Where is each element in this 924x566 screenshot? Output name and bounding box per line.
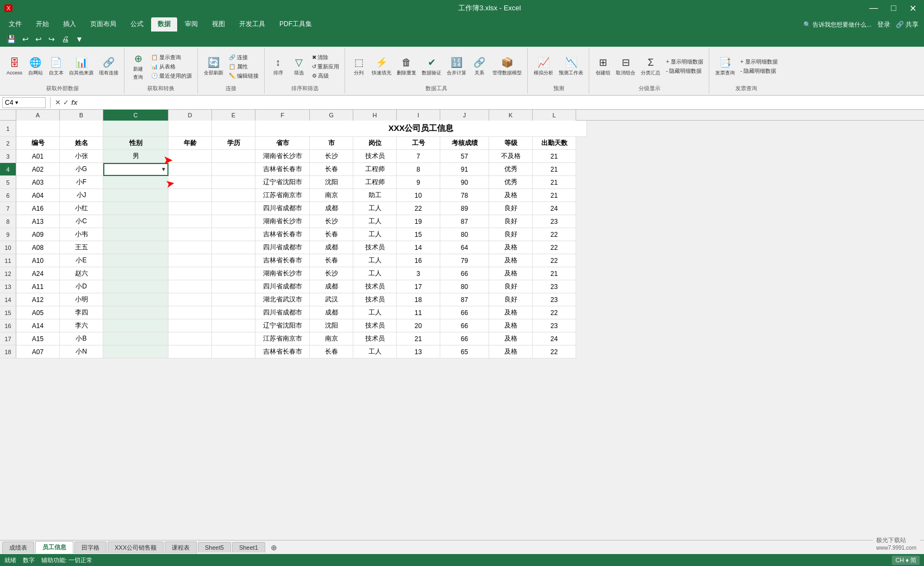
- cell-C8[interactable]: [103, 215, 168, 228]
- other-sources-button[interactable]: 📊 自其他来源: [67, 52, 96, 82]
- cell-K17[interactable]: 及格: [489, 332, 533, 345]
- cell-E16[interactable]: [212, 319, 255, 332]
- cell-F8[interactable]: 湖南省长沙市: [255, 215, 310, 228]
- cell-F2[interactable]: 省市: [255, 137, 310, 150]
- cell-L16[interactable]: 23: [533, 319, 576, 332]
- cell-K5[interactable]: 优秀: [489, 176, 533, 189]
- manage-model-button[interactable]: 📦 管理数据模型: [490, 52, 524, 82]
- cell-I3[interactable]: 7: [397, 150, 440, 163]
- cell-I8[interactable]: 19: [397, 215, 440, 228]
- sort-az-button[interactable]: ↕ 排序: [269, 52, 288, 82]
- cell-L4[interactable]: 21: [533, 163, 576, 176]
- invoice-hide-detail[interactable]: - 隐藏明细数据: [738, 67, 780, 76]
- cell-B10[interactable]: 王五: [60, 241, 103, 254]
- sheet-tab-sheet1[interactable]: Sheet1: [232, 542, 265, 552]
- cell-K10[interactable]: 及格: [489, 241, 533, 254]
- cell-F10[interactable]: 四川省成都市: [255, 241, 310, 254]
- cell-I16[interactable]: 20: [397, 319, 440, 332]
- cell-L9[interactable]: 22: [533, 228, 576, 241]
- add-sheet-button[interactable]: ⊕: [266, 542, 282, 553]
- cell-C13[interactable]: [103, 280, 168, 293]
- cell-G17[interactable]: 南京: [310, 332, 353, 345]
- col-header-A[interactable]: A: [16, 110, 60, 121]
- cell-D10[interactable]: [168, 241, 212, 254]
- cell-I5[interactable]: 9: [397, 176, 440, 189]
- cell-D16[interactable]: [168, 319, 212, 332]
- cell-C5[interactable]: [103, 176, 168, 189]
- formula-input[interactable]: [80, 97, 922, 108]
- cell-K11[interactable]: 及格: [489, 254, 533, 267]
- cell-G3[interactable]: 长沙: [310, 150, 353, 163]
- cell-F3[interactable]: 湖南省长沙市: [255, 150, 310, 163]
- cell-A12[interactable]: A24: [16, 267, 60, 280]
- cell-B3[interactable]: 小张: [60, 150, 103, 163]
- sheet-tab-grades[interactable]: 成绩表: [2, 542, 34, 554]
- cell-H10[interactable]: 技术员: [353, 241, 397, 254]
- advanced-button[interactable]: ⚙ 高级: [310, 72, 342, 80]
- cell-E14[interactable]: [212, 293, 255, 306]
- cell-B5[interactable]: 小F: [60, 176, 103, 189]
- cell-I6[interactable]: 10: [397, 189, 440, 202]
- cell-H8[interactable]: 工人: [353, 215, 397, 228]
- cell-I10[interactable]: 14: [397, 241, 440, 254]
- cell-L7[interactable]: 24: [533, 202, 576, 215]
- cell-H9[interactable]: 工人: [353, 228, 397, 241]
- cell-A2[interactable]: 编号: [16, 137, 60, 150]
- tab-insert[interactable]: 插入: [57, 17, 83, 32]
- connections-button[interactable]: 🔗 连接: [227, 53, 261, 62]
- cell-E5[interactable]: [212, 176, 255, 189]
- cell-H3[interactable]: 技术员: [353, 150, 397, 163]
- cell-A18[interactable]: A07: [16, 345, 60, 359]
- cell-A8[interactable]: A13: [16, 215, 60, 228]
- remove-dup-button[interactable]: 🗑 删除重复: [395, 52, 419, 82]
- flash-fill-button[interactable]: ⚡ 快速填充: [370, 52, 394, 82]
- cell-E15[interactable]: [212, 306, 255, 319]
- col-header-I[interactable]: I: [397, 110, 440, 121]
- sheet-tab-employees[interactable]: 员工信息: [35, 541, 73, 554]
- cell-I11[interactable]: 16: [397, 254, 440, 267]
- cell-E13[interactable]: [212, 280, 255, 293]
- cell-F17[interactable]: 江苏省南京市: [255, 332, 310, 345]
- cell-E8[interactable]: [212, 215, 255, 228]
- cell-J6[interactable]: 78: [440, 189, 489, 202]
- cell-C4[interactable]: ▼ 男 女: [103, 163, 168, 176]
- cell-D9[interactable]: [168, 228, 212, 241]
- col-header-J[interactable]: J: [440, 110, 489, 121]
- tab-view[interactable]: 视图: [205, 17, 232, 32]
- cell-D5[interactable]: [168, 176, 212, 189]
- cell-H17[interactable]: 技术员: [353, 332, 397, 345]
- undo-button[interactable]: ↩: [20, 34, 31, 45]
- minimize-button[interactable]: —: [866, 2, 881, 15]
- show-detail-button[interactable]: + 显示明细数据: [664, 58, 706, 66]
- cell-G15[interactable]: 成都: [310, 306, 353, 319]
- col-header-K[interactable]: K: [489, 110, 533, 121]
- cell-B17[interactable]: 小B: [60, 332, 103, 345]
- cell-B8[interactable]: 小C: [60, 215, 103, 228]
- cell-K18[interactable]: 及格: [489, 345, 533, 359]
- cell-F9[interactable]: 吉林省长春市: [255, 228, 310, 241]
- share-label[interactable]: 🔗 共享: [896, 20, 919, 29]
- cell-J7[interactable]: 89: [440, 202, 489, 215]
- cell-A11[interactable]: A10: [16, 254, 60, 267]
- cell-L2[interactable]: 出勤天数: [533, 137, 576, 150]
- new-query-button[interactable]: ⊕ 新建 查询: [128, 52, 148, 82]
- cell-F16[interactable]: 辽宁省沈阳市: [255, 319, 310, 332]
- cell-B18[interactable]: 小N: [60, 345, 103, 359]
- sheet-tab-courses[interactable]: 课程表: [165, 542, 197, 554]
- cell-C11[interactable]: [103, 254, 168, 267]
- sheet-tab-sales[interactable]: XXX公司销售额: [108, 542, 164, 554]
- show-query-button[interactable]: 📋 显示查询: [149, 53, 194, 62]
- login-label[interactable]: 登录: [877, 20, 890, 29]
- web-button[interactable]: 🌐 自网站: [26, 52, 45, 82]
- invoice-show-detail[interactable]: + 显示明细数据: [738, 58, 780, 66]
- cell-G8[interactable]: 长沙: [310, 215, 353, 228]
- edit-links-button[interactable]: ✏️ 编辑链接: [227, 72, 261, 80]
- cell-L11[interactable]: 22: [533, 254, 576, 267]
- cell-B1[interactable]: [60, 121, 103, 137]
- cell-F6[interactable]: 江苏省南京市: [255, 189, 310, 202]
- cell-K15[interactable]: 及格: [489, 306, 533, 319]
- cell-K14[interactable]: 良好: [489, 293, 533, 306]
- cell-A14[interactable]: A12: [16, 293, 60, 306]
- cell-D4[interactable]: [168, 163, 212, 176]
- tab-page-layout[interactable]: 页面布局: [84, 17, 123, 32]
